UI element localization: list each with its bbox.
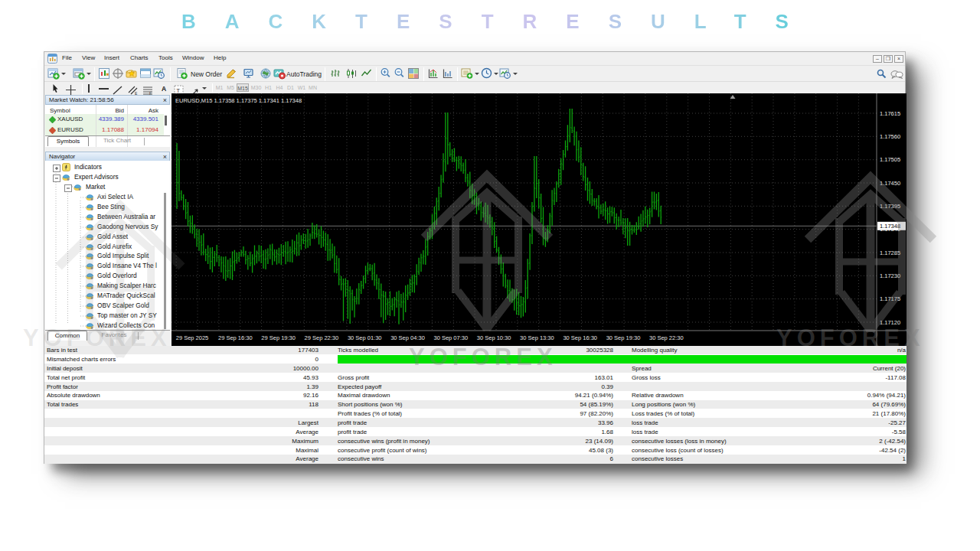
svg-text:YOFOREX: YOFOREX xyxy=(409,344,557,370)
svg-text:YOFOREX: YOFOREX xyxy=(23,324,172,351)
svg-text:YOFOREX: YOFOREX xyxy=(776,324,925,351)
